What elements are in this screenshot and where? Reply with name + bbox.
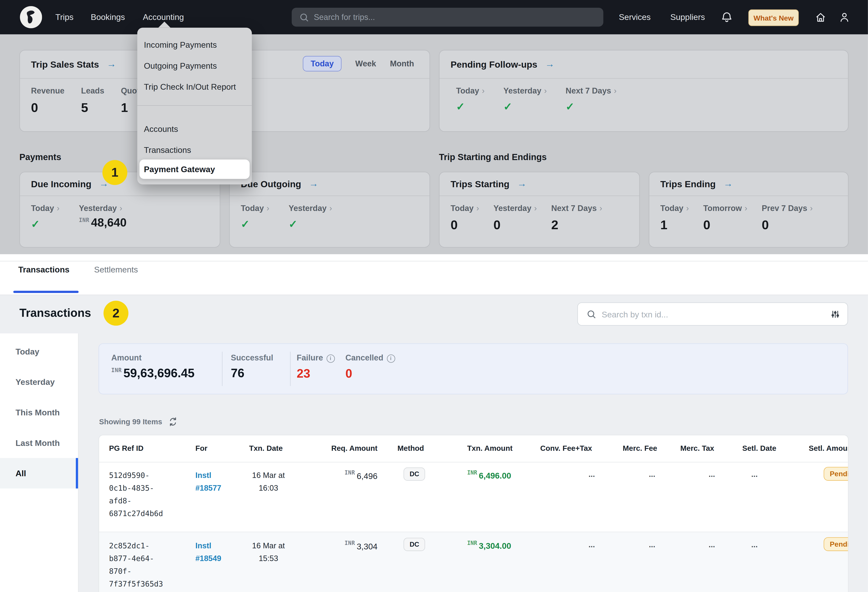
txn-search-input[interactable]: Search by txn id...: [577, 302, 848, 326]
chevron-right-icon: ›: [745, 204, 747, 213]
search-placeholder: Search for trips...: [314, 13, 375, 22]
merc-fee-placeholder: ...: [645, 540, 659, 549]
stat-leads: Leads 5: [81, 86, 104, 115]
trip-search-input[interactable]: Search for trips...: [292, 8, 604, 27]
trips-ending-arrow-icon[interactable]: →: [723, 178, 733, 189]
refresh-icon[interactable]: [168, 417, 177, 426]
whats-new-button[interactable]: What's New: [748, 9, 799, 26]
trip-sales-arrow-icon[interactable]: →: [107, 59, 116, 70]
pending-followups-title: Pending Follow-ups: [450, 59, 537, 70]
range-today-button[interactable]: Today: [303, 56, 341, 71]
req-amount: INR6,496: [309, 470, 378, 481]
due-outgoing-today[interactable]: Today› ✓: [241, 204, 269, 230]
menu-payment-gateway[interactable]: Payment Gateway: [139, 160, 249, 179]
table-row: 512d9590- 0c1b-4835- afd8- 6871c27d4b6d …: [99, 462, 848, 532]
check-icon: ✓: [241, 218, 269, 231]
sidebar-item-this-month[interactable]: This Month: [0, 397, 78, 428]
txn-amount: INR3,304.00: [467, 540, 511, 551]
trips-ending-title: Trips Ending: [660, 179, 716, 189]
conv-fee-placeholder: ...: [585, 540, 598, 549]
followup-today[interactable]: Today› ✓: [456, 86, 484, 113]
summary-cancelled: Cancelledi 0: [345, 353, 395, 380]
info-icon[interactable]: i: [326, 354, 335, 363]
txn-date: 16 Mar at 16:03: [232, 469, 304, 494]
col-txn-date: Txn. Date: [249, 435, 283, 462]
showing-items-label: Showing 99 Items: [99, 417, 162, 426]
tab-transactions[interactable]: Transactions: [18, 265, 69, 274]
nav-services[interactable]: Services: [619, 0, 651, 34]
merc-tax-placeholder: ...: [705, 540, 719, 549]
nav-bookings[interactable]: Bookings: [91, 0, 125, 34]
sidebar-item-all[interactable]: All: [0, 458, 78, 488]
due-outgoing-yesterday[interactable]: Yesterday› ✓: [289, 204, 332, 230]
brand-logo-icon[interactable]: [20, 6, 42, 28]
check-icon: ✓: [565, 100, 617, 113]
trips-starting-next7days[interactable]: Next 7 Days› 2: [551, 204, 602, 232]
menu-trip-checkinout-report[interactable]: Trip Check In/Out Report: [137, 76, 252, 97]
col-setl-amount: Setl. Amount: [809, 435, 849, 462]
range-week-button[interactable]: Week: [356, 59, 376, 68]
annotation-circle-2: 2: [103, 300, 128, 326]
dropdown-notch: [158, 22, 170, 28]
trips-starting-today[interactable]: Today› 0: [450, 204, 479, 232]
menu-incoming-payments[interactable]: Incoming Payments: [137, 34, 252, 55]
currency-label: INR: [79, 217, 89, 223]
col-pg-ref-id: PG Ref ID: [109, 435, 144, 462]
nav-trips[interactable]: Trips: [55, 0, 74, 34]
due-incoming-today[interactable]: Today› ✓: [31, 204, 59, 230]
check-icon: ✓: [456, 100, 484, 113]
summary-failure: Failurei 23: [297, 353, 335, 380]
installment-link[interactable]: Instl #18577: [195, 469, 221, 494]
stat-revenue: Revenue 0: [31, 86, 64, 115]
top-navbar: Trips Bookings Accounting Search for tri…: [0, 0, 868, 34]
menu-accounts[interactable]: Accounts: [137, 118, 252, 139]
installment-link[interactable]: Instl #18549: [195, 539, 221, 565]
menu-outgoing-payments[interactable]: Outgoing Payments: [137, 55, 252, 76]
trips-ending-card: Trips Ending → Today› 1 Tomorrow› 0 Prev…: [649, 172, 849, 248]
notifications-bell-icon[interactable]: [721, 0, 732, 34]
nav-suppliers[interactable]: Suppliers: [670, 0, 705, 34]
sidebar-item-last-month[interactable]: Last Month: [0, 428, 78, 458]
trips-ending-tomorrow[interactable]: Tomorrow› 0: [703, 204, 747, 232]
divider: [0, 261, 868, 262]
account-user-icon[interactable]: [838, 0, 850, 34]
trips-ending-today[interactable]: Today› 1: [660, 204, 689, 232]
trips-starting-yesterday[interactable]: Yesterday› 0: [493, 204, 537, 232]
followup-yesterday[interactable]: Yesterday› ✓: [503, 86, 547, 113]
payments-heading: Payments: [19, 152, 61, 162]
trips-starting-arrow-icon[interactable]: →: [517, 178, 527, 189]
chevron-right-icon: ›: [599, 204, 602, 213]
conv-fee-placeholder: ...: [585, 470, 598, 478]
due-incoming-yesterday[interactable]: Yesterday› INR48,640: [79, 204, 127, 230]
setl-date-placeholder: ...: [748, 470, 761, 478]
dashboard-section: Trip Sales Stats → Today Week Month Reve…: [0, 34, 868, 254]
col-txn-amount: Txn. Amount: [467, 435, 512, 462]
home-icon[interactable]: [815, 0, 827, 34]
sidebar-item-yesterday[interactable]: Yesterday: [0, 367, 78, 397]
app-window: Trips Bookings Accounting Search for tri…: [0, 0, 868, 592]
filter-sliders-icon[interactable]: [831, 309, 840, 319]
merc-tax-placeholder: ...: [705, 470, 719, 478]
due-incoming-title: Due Incoming: [31, 179, 92, 189]
table-header-row: PG Ref ID For Txn. Date Req. Amount Meth…: [99, 435, 848, 462]
sidebar-item-today[interactable]: Today: [0, 336, 78, 367]
tab-settlements[interactable]: Settlements: [94, 265, 138, 274]
currency-label: INR: [467, 470, 477, 476]
divider: [290, 352, 291, 386]
chevron-right-icon: ›: [57, 204, 59, 213]
pending-followups-arrow-icon[interactable]: →: [545, 59, 554, 70]
col-merc-tax: Merc. Tax: [680, 435, 714, 462]
trips-ending-prev7days[interactable]: Prev 7 Days› 0: [762, 204, 813, 232]
info-icon[interactable]: i: [387, 354, 395, 363]
accounting-dropdown-menu: Incoming Payments Outgoing Payments Trip…: [137, 28, 252, 185]
trips-starting-title: Trips Starting: [450, 179, 509, 189]
range-month-button[interactable]: Month: [390, 59, 414, 68]
menu-transactions[interactable]: Transactions: [137, 139, 252, 160]
table-row: 2c852dc1- b877-4e64- 870f- 7f37f5f365d3 …: [99, 532, 848, 592]
chevron-right-icon: ›: [267, 204, 269, 213]
annotation-circle-1: 1: [102, 160, 127, 185]
due-outgoing-arrow-icon[interactable]: →: [309, 178, 318, 189]
followup-next7days[interactable]: Next 7 Days› ✓: [565, 86, 617, 113]
active-tab-indicator: [13, 291, 78, 293]
txn-search-placeholder: Search by txn id...: [602, 309, 831, 319]
